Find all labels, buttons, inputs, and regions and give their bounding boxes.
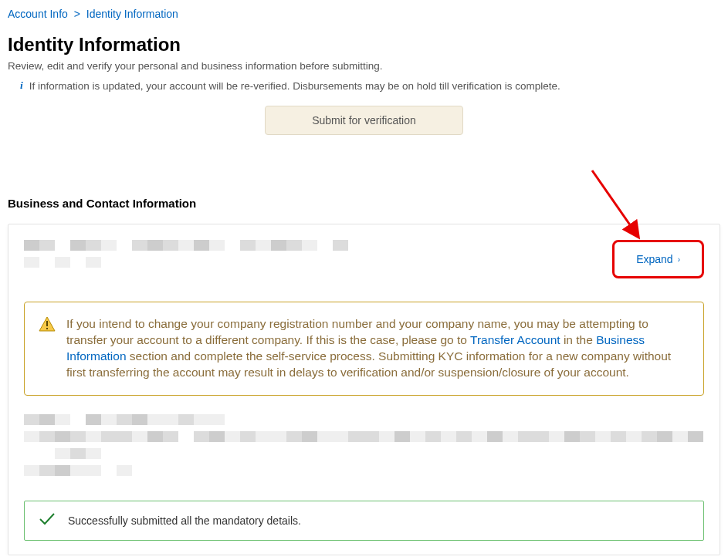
svg-rect-1 [46, 321, 48, 326]
warning-part2: in the [560, 333, 597, 346]
transfer-account-link[interactable]: Transfer Account [470, 333, 560, 346]
success-message: Successfully submitted all the mandatory… [68, 514, 301, 527]
info-banner: i If information is updated, your accoun… [20, 79, 720, 92]
submit-row: Submit for verification [8, 106, 720, 135]
success-banner: Successfully submitted all the mandatory… [24, 501, 704, 541]
expand-label: Expand [636, 253, 672, 265]
breadcrumb-root-link[interactable]: Account Info [8, 8, 68, 20]
warning-text: If you intend to change your company reg… [66, 316, 688, 381]
info-icon: i [20, 79, 23, 92]
chevron-right-icon: › [678, 255, 680, 264]
page-subtitle: Review, edit and verify your personal an… [8, 60, 720, 72]
breadcrumb-separator: > [74, 8, 80, 20]
info-note-text: If information is updated, your account … [29, 80, 560, 92]
page-title: Identity Information [8, 34, 720, 56]
warning-part3: section and complete the self-service pr… [66, 349, 671, 379]
warning-icon [39, 316, 56, 381]
expand-button[interactable]: Expand › [625, 248, 691, 270]
expand-highlight-annotation: Expand › [612, 240, 704, 278]
breadcrumb-current-link[interactable]: Identity Information [86, 8, 178, 20]
submit-for-verification-button[interactable]: Submit for verification [265, 106, 463, 135]
transfer-account-warning: If you intend to change your company reg… [24, 302, 704, 396]
business-contact-card: Expand › If you intend to change your co… [8, 224, 720, 555]
section-header-business-contact: Business and Contact Information [8, 197, 720, 210]
svg-rect-2 [46, 328, 48, 329]
redacted-details-block [24, 414, 704, 476]
breadcrumb: Account Info > Identity Information [8, 8, 720, 20]
redacted-business-name [24, 240, 348, 268]
checkmark-icon [39, 512, 56, 529]
